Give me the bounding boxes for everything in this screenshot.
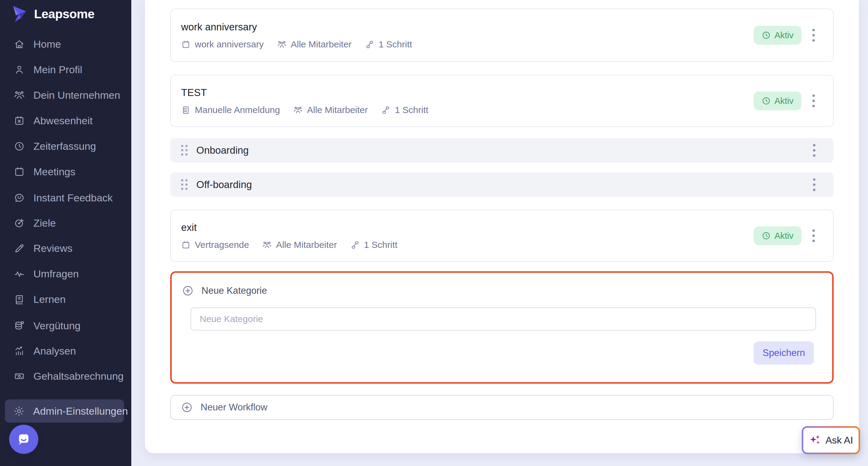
category-label: Onboarding [196,144,249,156]
chat-bubble-icon [16,431,32,447]
chat-widget-button[interactable] [9,425,38,454]
plus-circle-icon [181,402,193,413]
pencil-icon [13,242,25,254]
card-meta: Manuelle Anmeldung Alle Mitarbeiter 1 Sc… [181,105,428,115]
new-category-header[interactable]: Neue Kategorie [182,285,267,297]
trigger-label: Manuelle Anmeldung [195,105,280,115]
sidebar-item-analysen[interactable]: Analysen [5,339,124,362]
status-badge: Aktiv [754,92,801,110]
sidebar-item-label: Abwesenheit [33,115,93,127]
sidebar-item-zeiterfassung[interactable]: Zeiterfassung [5,135,124,158]
card-meta: work anniversary Alle Mitarbeiter 1 Schr… [181,39,412,49]
kebab-menu-button[interactable] [808,227,820,244]
sidebar-item-dein-unternehmen[interactable]: Dein Unternehmen [5,84,124,107]
sidebar-item-abwesenheit[interactable]: Abwesenheit [5,109,124,132]
category-label: Off-boarding [196,179,252,191]
new-category-section: Neue Kategorie Speichern [170,271,834,384]
status-label: Aktiv [774,231,794,241]
sidebar-item-verguetung[interactable]: Vergütung [5,314,124,337]
steps-label: 1 Schritt [364,240,398,250]
card-body: exit Vertragsende Alle Mitarbeiter 1 Sch… [181,210,398,261]
card-title: exit [181,222,398,234]
kebab-menu-button[interactable] [808,92,820,109]
gear-icon [13,405,25,417]
workflow-steps-icon [365,40,374,49]
user-icon [13,64,25,75]
trigger-label: work anniversary [195,39,264,49]
sidebar-item-label: Zeiterfassung [33,140,96,152]
sidebar-item-admin-einstellungen[interactable]: Admin-Einstellungen [5,399,124,423]
calendar-x-icon [13,115,25,126]
sidebar-item-umfragen[interactable]: Umfragen [5,262,124,285]
status-badge: Aktiv [754,26,801,45]
trigger-label: Vertragsende [195,240,249,250]
banknote-icon [13,370,25,382]
sidebar-item-label: Dein Unternehmen [33,89,120,101]
sidebar-item-gehaltsabrechnung[interactable]: Gehaltsabrechnung [5,365,124,388]
audience-label: Alle Mitarbeiter [276,240,337,250]
home-icon [13,38,25,50]
clock-icon [762,96,771,105]
workflow-card-exit[interactable]: exit Vertragsende Alle Mitarbeiter 1 Sch… [170,210,834,262]
kebab-menu-button[interactable] [808,176,820,193]
sidebar-item-label: Mein Profil [33,64,82,76]
sidebar-item-meetings[interactable]: Meetings [5,160,124,183]
clipboard-list-icon [181,105,191,115]
status-label: Aktiv [774,30,794,40]
workflow-card-work-anniversary[interactable]: work anniversary work anniversary Alle M… [170,8,834,62]
category-row-off-boarding[interactable]: Off-boarding [170,172,834,197]
logo[interactable]: Leapsome [11,5,95,23]
new-category-input[interactable] [191,307,816,331]
workflow-card-test[interactable]: TEST Manuelle Anmeldung Alle Mitarbeiter… [170,75,834,127]
trigger-meta: work anniversary [181,39,264,49]
card-body: work anniversary work anniversary Alle M… [181,9,412,61]
leapsome-logo-icon [11,5,29,23]
sidebar-item-label: Reviews [33,242,72,254]
users-icon [277,40,287,49]
status-badge: Aktiv [754,226,801,245]
sidebar-item-label: Gehaltsabrechnung [33,370,124,382]
new-workflow-button[interactable]: Neuer Workflow [170,395,834,420]
coins-icon [13,320,25,331]
status-label: Aktiv [774,96,794,106]
clock-icon [762,231,771,240]
plus-circle-icon [182,285,194,297]
sidebar-item-lernen[interactable]: Lernen [5,288,124,311]
ask-ai-button[interactable]: Ask AI [802,426,860,454]
card-body: TEST Manuelle Anmeldung Alle Mitarbeiter… [181,75,428,126]
calendar-icon [181,240,191,250]
kebab-menu-button[interactable] [808,27,820,44]
audience-meta: Alle Mitarbeiter [293,105,368,115]
category-row-onboarding[interactable]: Onboarding [170,138,834,163]
steps-meta: 1 Schritt [381,105,428,115]
sidebar-item-reviews[interactable]: Reviews [5,237,124,260]
drag-handle-icon[interactable] [181,145,188,156]
audience-meta: Alle Mitarbeiter [262,240,337,250]
trigger-meta: Manuelle Anmeldung [181,105,280,115]
users-icon [262,240,272,250]
logo-text: Leapsome [34,7,95,21]
save-button[interactable]: Speichern [754,341,814,365]
sidebar-item-label: Lernen [33,294,66,305]
audience-label: Alle Mitarbeiter [307,105,368,115]
sidebar-item-label: Vergütung [33,320,81,332]
workflow-steps-icon [381,105,391,115]
steps-label: 1 Schritt [379,39,412,49]
kebab-menu-button[interactable] [808,142,820,159]
new-workflow-row: Neuer Workflow [181,402,268,413]
book-icon [13,294,25,305]
sidebar-item-label: Ziele [33,217,56,229]
sidebar-item-instant-feedback[interactable]: Instant Feedback [5,186,124,209]
main-panel: work anniversary work anniversary Alle M… [145,0,859,453]
steps-label: 1 Schritt [395,105,428,115]
page: Leapsome Home Mein Profil Dein Unternehm… [0,0,868,466]
sidebar-item-home[interactable]: Home [5,33,124,56]
sidebar-item-mein-profil[interactable]: Mein Profil [5,58,124,81]
workflow-steps-icon [350,240,360,250]
drag-handle-icon[interactable] [181,179,188,190]
sidebar-item-label: Home [33,38,61,50]
sidebar-item-ziele[interactable]: Ziele [5,211,124,235]
users-icon [293,105,303,115]
trigger-meta: Vertragsende [181,240,249,250]
ask-ai-inner: Ask AI [803,428,859,453]
